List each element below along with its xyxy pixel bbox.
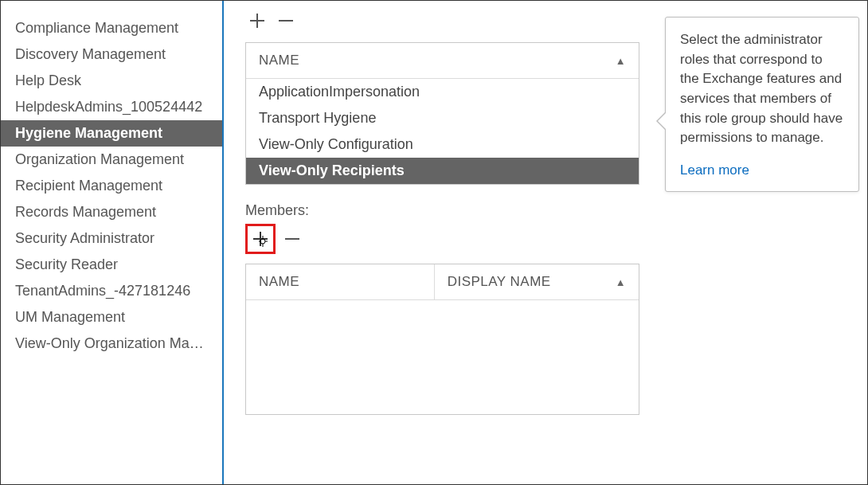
sidebar-item-helpdeskadmins[interactable]: HelpdeskAdmins_100524442 (1, 94, 222, 120)
sidebar-item-compliance-management[interactable]: Compliance Management (1, 15, 222, 41)
members-section: Members: NAME (245, 202, 867, 415)
help-callout: Select the administrator roles that corr… (665, 17, 859, 192)
sidebar-item-organization-management[interactable]: Organization Management (1, 147, 222, 173)
role-groups-sidebar: Compliance Management Discovery Manageme… (1, 1, 224, 484)
role-row-applicationimpersonation[interactable]: ApplicationImpersonation (246, 79, 639, 105)
minus-icon (283, 229, 302, 248)
role-row-view-only-recipients[interactable]: View-Only Recipients (246, 158, 639, 184)
sort-asc-icon: ▲ (616, 276, 626, 288)
roles-header[interactable]: NAME ▲ (246, 43, 639, 79)
remove-role-button[interactable] (274, 9, 298, 33)
add-member-button[interactable] (248, 226, 273, 252)
role-row-view-only-configuration[interactable]: View-Only Configuration (246, 131, 639, 158)
sidebar-item-tenantadmins[interactable]: TenantAdmins_-427181246 (1, 278, 222, 304)
app-frame: Compliance Management Discovery Manageme… (0, 0, 868, 485)
plus-icon (251, 229, 270, 248)
members-header: NAME DISPLAY NAME ▲ (246, 264, 639, 300)
members-table: NAME DISPLAY NAME ▲ (245, 264, 639, 415)
sidebar-item-view-only-org-management[interactable]: View-Only Organization Management (1, 331, 222, 357)
sidebar-item-security-reader[interactable]: Security Reader (1, 252, 222, 278)
members-col-displayname[interactable]: DISPLAY NAME ▲ (435, 264, 639, 299)
roles-table: NAME ▲ ApplicationImpersonation Transpor… (245, 42, 639, 185)
members-toolbar (245, 224, 867, 254)
roles-header-name: NAME (259, 53, 299, 68)
members-col-name[interactable]: NAME (246, 264, 435, 299)
sidebar-item-security-administrator[interactable]: Security Administrator (1, 225, 222, 252)
sidebar-item-discovery-management[interactable]: Discovery Management (1, 41, 222, 68)
sidebar-item-hygiene-management[interactable]: Hygiene Management (1, 120, 222, 147)
role-row-transport-hygiene[interactable]: Transport Hygiene (246, 105, 639, 131)
add-role-button[interactable] (245, 9, 269, 33)
minus-icon (276, 11, 295, 30)
sort-asc-icon: ▲ (616, 55, 626, 67)
add-member-highlight (245, 224, 276, 254)
learn-more-link[interactable]: Learn more (680, 162, 844, 178)
members-col-displayname-label: DISPLAY NAME (448, 274, 551, 290)
members-col-name-label: NAME (259, 274, 299, 290)
remove-member-button[interactable] (280, 227, 304, 251)
help-callout-text: Select the administrator roles that corr… (680, 30, 844, 148)
roles-body: ApplicationImpersonation Transport Hygie… (246, 79, 639, 184)
sidebar-item-um-management[interactable]: UM Management (1, 304, 222, 331)
sidebar-item-recipient-management[interactable]: Recipient Management (1, 173, 222, 199)
members-label: Members: (245, 202, 867, 219)
sidebar-item-help-desk[interactable]: Help Desk (1, 68, 222, 94)
plus-icon (248, 11, 267, 30)
sidebar-item-records-management[interactable]: Records Management (1, 199, 222, 225)
